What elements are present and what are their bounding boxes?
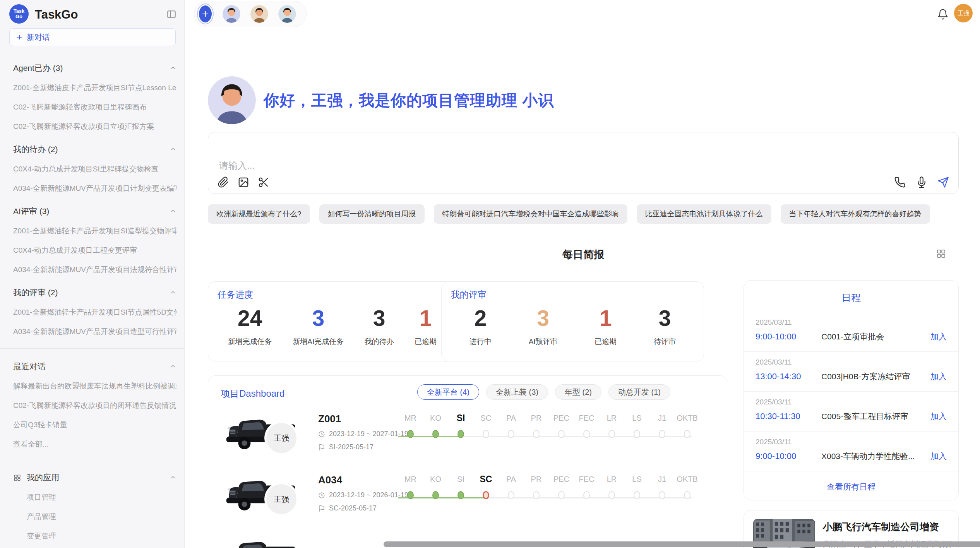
project-row[interactable]: 王强A0342023-12-19 ~ 2026-01-19SC-2025-05-… [208,469,727,531]
schedule-event: C001-立项审批会 [821,331,930,342]
milestone-dot [483,491,489,499]
suggestion-chip[interactable]: 特朗普可能对进口汽车增税会对中国车企造成哪些影响 [434,204,627,224]
task-progress-title: 任务进度 [218,289,447,301]
milestone-dot [457,491,464,499]
sidebar-item[interactable]: A034-全新新能源MUV产品开发项目计划变更表编写 [13,183,176,194]
agent-avatar[interactable] [250,5,268,23]
app-logo-bottom: Go [15,14,22,19]
microphone-icon[interactable] [916,176,927,188]
project-owner-badge: 王强 [266,484,296,514]
suggestion-chip[interactable]: 如何写一份清晰的项目周报 [319,204,425,224]
my-reviews-card: 我的评审 2进行中3AI预评审1已逾期3待评审 [441,281,704,361]
dashboard-tab[interactable]: 全新上装 (3) [486,384,548,400]
milestone-label: LR [599,473,624,485]
app-window: Task Go TaskGo + 新对话 Agent已办 (3)Z001-全新燃… [0,0,980,548]
milestone-node: LS [624,473,649,499]
sidebar-item[interactable]: Z001-全新燃油轻卡产品开发项目SI造型提交物评审 [13,226,176,236]
voice-call-icon[interactable] [894,176,906,188]
chat-input-placeholder: 请输入... [219,159,255,172]
sidebar: Task Go TaskGo + 新对话 Agent已办 (3)Z001-全新燃… [0,0,185,548]
project-name: A034 [318,474,408,486]
sidebar-item[interactable]: C02-飞腾新能源轻客改款项目里程碑画布 [13,102,176,112]
horizontal-scrollbar[interactable] [384,541,980,547]
sidebar-item[interactable]: C0X4-动力总成开发项目工程变更评审 [13,245,176,255]
notification-bell-icon[interactable] [937,9,949,20]
dashboard-tab[interactable]: 动总开发 (1) [608,384,670,400]
milestone-label: OKTB [675,412,700,424]
milestone-label: OKTB [675,473,700,485]
project-row[interactable]: 王强Z0012023-12-19 ~ 2027-01-19SI-2025-05-… [208,408,727,469]
chevron-up-icon [170,289,176,296]
app-sub-item[interactable]: 变更管理 [27,531,176,541]
recent-conversation-item[interactable]: 公司Q3轻卡销量 [13,420,176,430]
sidebar-item-my-apps[interactable]: 我的应用 [13,472,176,483]
sidebar-item[interactable]: A034-全新新能源MUV产品开发项目造型可行性评审 [13,327,176,337]
recent-conversation-item[interactable]: C02-飞腾新能源轻客改款项目的闭环通告反馈情况 [13,401,176,411]
milestone-dot [407,430,414,438]
milestone-dot [508,491,514,499]
clock-icon [318,492,325,499]
sidebar-section-header[interactable]: Agent已办 (3) [13,63,176,74]
send-icon[interactable] [937,176,949,188]
milestone-node: OKTB [675,412,700,438]
agent-avatar[interactable] [223,5,240,23]
recent-conversation-item[interactable]: 解释最新出台的欧盟报废车法规再生塑料比例被调至15%... [13,381,176,391]
suggestion-chip[interactable]: 当下年轻人对汽车外观有怎样的喜好趋势 [781,204,930,224]
stat-value: 3 [654,306,676,331]
topbar-agent-switcher: + [194,1,307,27]
milestone-label: MR [398,412,423,424]
schedule-date: 2025/03/11 [756,318,947,327]
milestone-label: SI [448,473,473,485]
sidebar-section-header[interactable]: AI评审 (3) [13,206,176,217]
sidebar-collapse-icon[interactable] [166,9,176,19]
add-agent-button[interactable]: + [199,5,212,22]
project-dashboard-title: 项目Dashboard [221,387,284,400]
sidebar-section-header[interactable]: 我的待办 (2) [13,144,176,155]
milestone-label: PEC [549,412,574,424]
join-button[interactable]: 加入 [930,411,947,422]
greeting-text: 你好，王强，我是你的项目管理助理 小识 [264,90,554,111]
chat-input[interactable]: 请输入... [208,132,959,194]
dashboard-tab[interactable]: 年型 (2) [555,384,601,400]
sidebar-section-label: AI评审 (3) [13,206,49,217]
sidebar-section-header[interactable]: 我的评审 (2) [13,287,176,298]
image-upload-icon[interactable] [238,176,249,188]
sidebar-item[interactable]: C0X4-动力总成开发项目SI里程碑提交物检查 [13,164,176,174]
milestone-track: MRKOSISCPAPRPECFECLRLSJ1OKTB [398,473,700,516]
assistant-avatar [208,76,256,124]
join-button[interactable]: 加入 [930,371,947,382]
suggestion-chip[interactable]: 比亚迪全固态电池计划具体说了什么 [637,204,771,224]
chevron-up-icon [170,208,176,215]
user-avatar[interactable]: 王强 [954,4,973,22]
sidebar-item[interactable]: Z001-全新燃油皮卡产品开发项目SI节点Lesson Learn报告 [13,83,176,93]
new-chat-button[interactable]: + 新对话 [9,28,176,46]
schedule-time: 9:00-10:00 [756,332,821,342]
app-sub-item[interactable]: 产品管理 [27,512,176,522]
project-flag-date: SI-2025-05-17 [318,443,408,451]
sidebar-item[interactable]: C02-飞腾新能源轻客改款项目立项汇报方案 [13,122,176,132]
join-button[interactable]: 加入 [930,331,947,342]
join-button[interactable]: 加入 [930,451,947,462]
dashboard-tab[interactable]: 全新平台 (4) [417,384,479,400]
suggestion-chip[interactable]: 欧洲新规最近颁布了什么? [208,204,310,224]
milestone-node: SI [448,473,473,499]
sidebar-item[interactable]: A034-全新新能源MUV产品开发项目法规符合性评审 [13,265,176,275]
milestone-node: J1 [649,473,675,499]
sidebar-section-header-recent[interactable]: 最近对话 [13,361,176,372]
briefing-layout-grid-icon[interactable] [936,248,946,259]
attachment-icon[interactable] [218,176,229,188]
milestone-label: PA [499,473,524,485]
project-list: 王强Z0012023-12-19 ~ 2027-01-19SI-2025-05-… [208,408,727,548]
sidebar-item[interactable]: Z001-全新燃油轻卡产品开发项目SI节点属性5D文件评审 [13,307,176,317]
project-dates: 2023-12-19 ~ 2026-01-19 [318,491,408,499]
stat-label: 新增完成任务 [228,337,272,347]
agent-avatar[interactable] [278,5,296,23]
view-all-schedule-link[interactable]: 查看所有日程 [744,481,958,492]
stat-label: 已逾期 [415,337,437,347]
milestone-dot [634,491,640,499]
sidebar-section-label: 我的待办 (2) [13,144,58,155]
app-sub-item[interactable]: 项目管理 [27,492,176,502]
view-all-conversations-link[interactable]: 查看全部... [13,439,176,449]
milestone-label: KO [423,412,448,424]
screenshot-scissors-icon[interactable] [258,176,269,188]
